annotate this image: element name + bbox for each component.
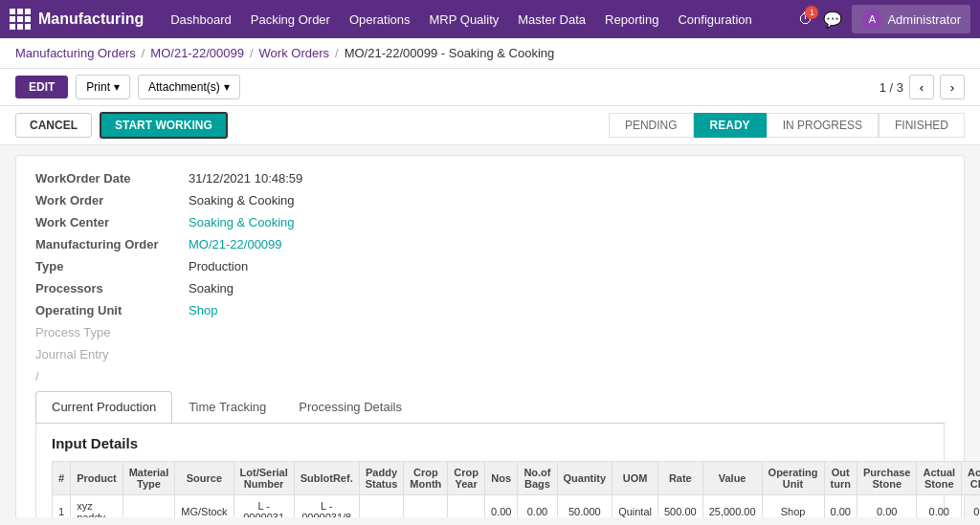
status-ready[interactable]: READY: [694, 113, 767, 138]
link-work-center[interactable]: Soaking & Cooking: [189, 215, 295, 230]
pager-text: 1 / 3: [880, 80, 903, 95]
nav-mrp-quality[interactable]: MRP Quality: [422, 9, 507, 31]
label-operating-unit: Operating Unit: [35, 303, 189, 317]
nav-dashboard[interactable]: Dashboard: [163, 9, 239, 31]
attachment-label: Attachment(s): [148, 80, 220, 94]
col-lot-serial: Lot/Serial Number: [234, 462, 294, 495]
nav-right-icons: ⏱ 1 💬 A Administrator: [798, 5, 970, 33]
breadcrumb-mo[interactable]: MO/21-22/00099: [150, 46, 244, 60]
edit-toolbar: EDIT Print ▾ Attachment(s) ▾ 1 / 3 ‹ ›: [0, 69, 980, 106]
field-workorder-date: WorkOrder Date 31/12/2021 10:48:59: [35, 171, 945, 186]
edit-button[interactable]: EDIT: [15, 76, 68, 98]
tab-processing-details[interactable]: Processing Details: [282, 391, 418, 423]
cell-actual-stone: 0.00: [917, 495, 962, 518]
label-work-order: Work Order: [35, 193, 189, 208]
print-button[interactable]: Print ▾: [76, 75, 130, 99]
field-work-center: Work Center Soaking & Cooking: [35, 215, 945, 230]
pager: 1 / 3 ‹ ›: [880, 75, 965, 99]
cell-purchase-stone: 0.00: [857, 495, 917, 518]
value-work-order: Soaking & Cooking: [189, 193, 295, 208]
breadcrumb: Manufacturing Orders / MO/21-22/00099 / …: [0, 38, 980, 69]
grid-icon: [10, 9, 31, 30]
nav-operations[interactable]: Operations: [342, 9, 418, 31]
field-operating-unit: Operating Unit Shop: [35, 303, 945, 317]
start-working-button[interactable]: START WORKING: [100, 112, 228, 139]
attachment-button[interactable]: Attachment(s) ▾: [138, 75, 240, 99]
value-manufacturing-order: MO/21-22/00099: [189, 237, 282, 252]
col-quantity: Quantity: [557, 462, 612, 495]
top-navigation: Manufacturing Dashboard Packing Order Op…: [0, 0, 980, 38]
print-chevron-icon: ▾: [114, 80, 120, 94]
cell-quantity: 50.000: [557, 495, 612, 518]
sep1: /: [142, 46, 145, 60]
cell-num: 1: [53, 495, 71, 518]
col-sublot-ref: SublotRef.: [294, 462, 359, 495]
link-manufacturing-order[interactable]: MO/21-22/00099: [189, 237, 282, 252]
cell-sublot-ref: L - 0000031/8: [294, 495, 359, 518]
admin-button[interactable]: A Administrator: [852, 5, 970, 33]
table-row: 1 xyz paddy MG/Stock L - 0000031 L - 000…: [53, 495, 981, 518]
tab-time-tracking[interactable]: Time Tracking: [172, 391, 282, 423]
sep3: /: [335, 46, 339, 60]
cell-lot-serial: L - 0000031: [234, 495, 294, 518]
cell-crop-year: [448, 495, 485, 518]
col-source: Source: [175, 462, 234, 495]
attachment-chevron-icon: ▾: [224, 80, 230, 94]
notification-badge: 1: [805, 6, 818, 19]
field-process-type: Process Type: [35, 325, 945, 339]
value-work-center: Soaking & Cooking: [189, 215, 295, 230]
field-journal-entry: Journal Entry: [35, 347, 945, 361]
status-finished[interactable]: FINISHED: [879, 113, 965, 138]
cell-uom: Quintal: [612, 495, 658, 518]
field-manufacturing-order: Manufacturing Order MO/21-22/00099: [35, 237, 945, 252]
status-in-progress[interactable]: IN PROGRESS: [767, 113, 879, 138]
label-type: Type: [35, 259, 189, 273]
link-operating-unit[interactable]: Shop: [189, 303, 217, 317]
nav-configuration[interactable]: Configuration: [670, 9, 759, 31]
input-details-table: # Product Material Type Source Lot/Seria…: [52, 461, 980, 517]
col-uom: UOM: [612, 462, 658, 495]
chat-icon[interactable]: 💬: [823, 11, 842, 29]
col-paddy-status: Paddy Status: [359, 462, 404, 495]
col-nos: Nos: [484, 462, 517, 495]
clock-icon[interactable]: ⏱ 1: [798, 11, 813, 28]
breadcrumb-manufacturing-orders[interactable]: Manufacturing Orders: [15, 46, 136, 60]
col-actual-chaff: Actual Chaff: [962, 462, 980, 495]
label-workorder-date: WorkOrder Date: [35, 171, 189, 186]
main-nav: Dashboard Packing Order Operations MRP Q…: [163, 9, 779, 31]
nav-packing-order[interactable]: Packing Order: [243, 9, 338, 31]
pager-next[interactable]: ›: [940, 75, 965, 99]
input-details-section: Input Details # Product Material Type So…: [35, 424, 945, 517]
status-bar: PENDING READY IN PROGRESS FINISHED: [609, 113, 965, 138]
cell-no-of-bags: 0.00: [518, 495, 557, 518]
cell-operating-unit: Shop: [762, 495, 824, 518]
app-name: Manufacturing: [38, 11, 144, 28]
sep2: /: [250, 46, 254, 60]
label-manufacturing-order: Manufacturing Order: [35, 237, 189, 252]
cell-source: MG/Stock: [175, 495, 234, 518]
admin-label: Administrator: [887, 12, 961, 27]
col-crop-year: Crop Year: [448, 462, 485, 495]
label-work-center: Work Center: [35, 215, 189, 230]
cell-paddy-status: [359, 495, 404, 518]
cancel-button[interactable]: CANCEL: [15, 113, 92, 138]
nav-reporting[interactable]: Reporting: [597, 9, 666, 31]
app-logo[interactable]: Manufacturing: [10, 9, 144, 30]
value-workorder-date: 31/12/2021 10:48:59: [189, 171, 302, 186]
col-operating-unit: Operating Unit: [762, 462, 824, 495]
breadcrumb-work-orders[interactable]: Work Orders: [259, 46, 329, 60]
col-material-type: Material Type: [122, 462, 175, 495]
breadcrumb-current: MO/21-22/00099 - Soaking & Cooking: [345, 46, 555, 60]
col-actual-stone: Actual Stone: [917, 462, 962, 495]
field-work-order: Work Order Soaking & Cooking: [35, 193, 945, 208]
main-content: WorkOrder Date 31/12/2021 10:48:59 Work …: [0, 145, 980, 517]
cell-actual-chaff: 0.00: [962, 495, 980, 518]
pager-prev[interactable]: ‹: [909, 75, 934, 99]
col-crop-month: Crop Month: [404, 462, 448, 495]
tab-current-production[interactable]: Current Production: [35, 391, 172, 423]
value-processors: Soaking: [189, 281, 234, 295]
action-toolbar: CANCEL START WORKING PENDING READY IN PR…: [0, 106, 980, 145]
print-label: Print: [86, 80, 110, 94]
status-pending[interactable]: PENDING: [609, 113, 694, 138]
nav-master-data[interactable]: Master Data: [510, 9, 593, 31]
